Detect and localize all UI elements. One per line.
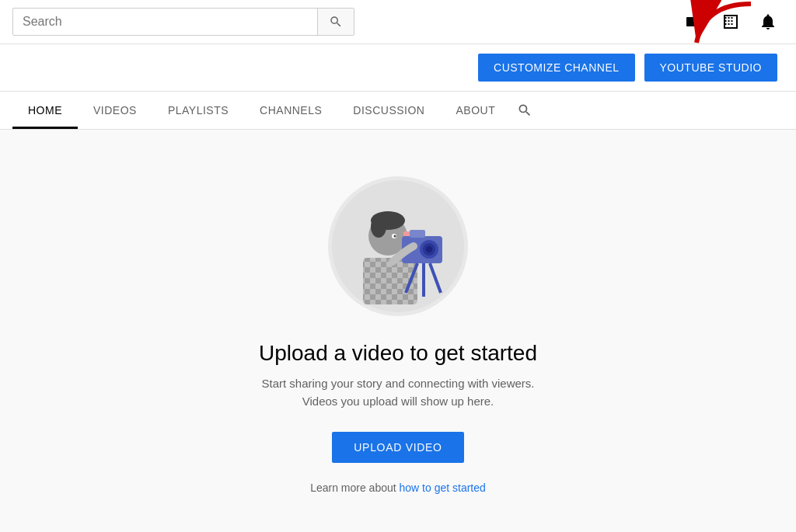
search-bar	[12, 8, 354, 36]
create-video-button[interactable]	[678, 6, 709, 37]
main-content: Upload a video to get started Start shar…	[0, 130, 796, 525]
tab-discussion[interactable]: DISCUSSION	[337, 92, 440, 129]
tab-channels[interactable]: CHANNELS	[244, 92, 337, 129]
learn-more-text: Learn more about how to get started	[310, 482, 486, 494]
apps-grid-button[interactable]	[715, 6, 746, 37]
how-to-get-started-link[interactable]: how to get started	[400, 482, 486, 494]
header-right	[678, 6, 784, 37]
youtube-studio-button[interactable]: YOUTUBE STUDIO	[644, 54, 777, 82]
search-icon	[329, 15, 343, 29]
svg-rect-16	[403, 231, 410, 236]
header	[0, 0, 796, 44]
tab-playlists[interactable]: PLAYLISTS	[152, 92, 244, 129]
svg-point-14	[426, 246, 432, 252]
svg-point-10	[394, 235, 396, 238]
nav-tabs: HOME VIDEOS PLAYLISTS CHANNELS DISCUSSIO…	[0, 92, 796, 130]
tab-search-button[interactable]	[511, 96, 539, 124]
video-camera-icon	[684, 12, 703, 31]
notifications-button[interactable]	[752, 6, 784, 37]
search-button[interactable]	[317, 9, 354, 35]
action-bar: CUSTOMIZE CHANNEL YOUTUBE STUDIO	[0, 44, 796, 92]
tab-home[interactable]: HOME	[12, 92, 78, 129]
bell-icon	[759, 12, 777, 31]
illustration-circle	[328, 176, 468, 316]
apps-grid-icon	[721, 12, 740, 31]
svg-rect-15	[410, 230, 425, 238]
illustration-container	[328, 176, 468, 316]
upload-title: Upload a video to get started	[259, 341, 537, 366]
customize-channel-button[interactable]: CUSTOMIZE CHANNEL	[478, 54, 634, 82]
upload-video-button[interactable]: UPLOAD VIDEO	[332, 432, 463, 463]
tab-videos[interactable]: VIDEOS	[78, 92, 152, 129]
camera-illustration	[332, 180, 464, 312]
upload-subtitle: Start sharing your story and connecting …	[243, 375, 553, 410]
tab-about[interactable]: ABOUT	[440, 92, 511, 129]
tab-search-icon	[517, 103, 532, 118]
search-input[interactable]	[13, 9, 317, 35]
svg-point-8	[371, 216, 386, 238]
